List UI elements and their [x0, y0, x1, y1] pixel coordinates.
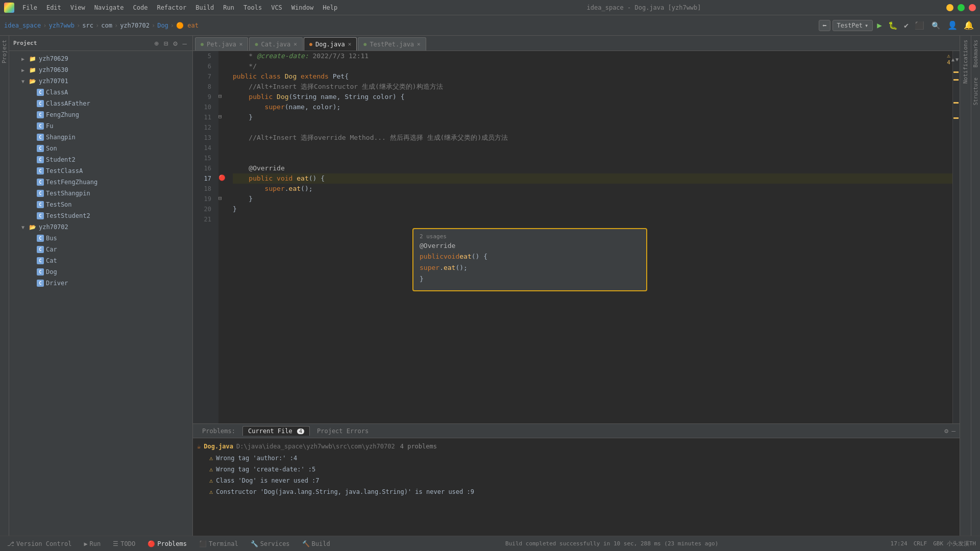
tree-item-Car[interactable]: C Car [9, 244, 192, 255]
close-sidebar-icon[interactable]: — [181, 39, 188, 47]
tree-item-Fu[interactable]: C Fu [9, 120, 192, 132]
tree-item-yzh70629[interactable]: ▶ 📁 yzh70629 [9, 53, 192, 64]
tree-item-Son[interactable]: C Son [9, 143, 192, 154]
java-class-icon: C [37, 268, 44, 276]
tree-item-ClassA[interactable]: C ClassA [9, 87, 192, 98]
tab-close-icon[interactable]: ✕ [239, 41, 243, 47]
problem-row-3[interactable]: ⚠ Class 'Dog' is never used :7 [197, 475, 955, 486]
services-tool[interactable]: 🔧 Services [248, 539, 293, 548]
problem-file-header[interactable]: ☕ Dog.java D:\java\idea_space\yzh7wwb\sr… [197, 440, 955, 453]
add-icon[interactable]: ⊕ [153, 39, 160, 47]
tree-item-Driver[interactable]: C Driver [9, 278, 192, 289]
todo-tool[interactable]: ☰ TODO [110, 539, 138, 548]
tree-item-Student2[interactable]: C Student2 [9, 154, 192, 165]
breadcrumb-item-1[interactable]: yzh7wwb [48, 22, 75, 29]
tab-TestPetJava[interactable]: ● TestPet.java ✕ [358, 37, 426, 51]
line-num-21: 21 [193, 214, 214, 224]
tab-close-icon[interactable]: ✕ [348, 41, 352, 47]
tab-problems[interactable]: Problems: [197, 427, 240, 436]
menu-build[interactable]: Build [191, 3, 218, 12]
tab-CatJava[interactable]: ● Cat.java ✕ [249, 37, 302, 51]
menu-refactor[interactable]: Refactor [153, 3, 190, 12]
problem-row-2[interactable]: ⚠ Wrong tag 'create-date:' :5 [197, 464, 955, 475]
tab-project-errors[interactable]: Project Errors [312, 427, 374, 436]
structure-label[interactable]: Structure [973, 78, 978, 105]
menu-edit[interactable]: Edit [42, 3, 65, 12]
breadcrumb-item-6[interactable]: 🟠 eat [176, 22, 199, 29]
run-button[interactable]: ▶ [875, 20, 884, 30]
tab-close-icon[interactable]: ✕ [293, 41, 297, 47]
menu-vcs[interactable]: VCS [267, 3, 286, 12]
menu-view[interactable]: View [66, 3, 89, 12]
tab-PetJava[interactable]: ● Pet.java ✕ [195, 37, 248, 51]
run-config-dropdown[interactable]: TestPet ▾ [832, 20, 873, 31]
tree-item-TestSon[interactable]: C TestSon [9, 199, 192, 210]
terminal-tool[interactable]: ⬛ Terminal [196, 539, 241, 548]
run-tool[interactable]: ▶ Run [81, 539, 104, 548]
debug-button[interactable]: 🐛 [886, 21, 900, 30]
cursor-position[interactable]: 17:24 [891, 540, 908, 547]
code-line-21 [233, 214, 952, 224]
line-num-12: 12 [193, 122, 214, 133]
tree-item-TestShangpin[interactable]: C TestShangpin [9, 188, 192, 199]
fold-icon-19[interactable]: ⊟ [218, 195, 222, 202]
tree-item-yzh70702[interactable]: ▼ 📂 yzh70702 [9, 221, 192, 233]
search-button[interactable]: 🔍 [928, 21, 943, 30]
menu-file[interactable]: File [18, 3, 41, 12]
notifications-label[interactable]: Notifications [962, 40, 969, 84]
collapse-all-icon[interactable]: ⊟ [162, 39, 169, 47]
tab-current-file[interactable]: Current File 4 [242, 426, 310, 436]
problem-row-4[interactable]: ⚠ Constructor 'Dog(java.lang.String, jav… [197, 486, 955, 497]
breadcrumb-item-0[interactable]: idea_space [4, 22, 41, 29]
tab-close-icon[interactable]: ✕ [417, 41, 421, 47]
menu-help[interactable]: Help [318, 3, 341, 12]
tree-item-Bus[interactable]: C Bus [9, 233, 192, 244]
breadcrumb-item-5[interactable]: Dog [157, 22, 168, 29]
tree-item-Cat[interactable]: C Cat [9, 255, 192, 266]
toolbar-back-btn[interactable]: ⬅ [819, 20, 830, 31]
tree-item-yzh70630[interactable]: ▶ 📁 yzh70630 [9, 64, 192, 76]
code-line-10: super(name, color); [233, 102, 952, 112]
tree-item-FengZhung[interactable]: C FengZhung [9, 109, 192, 120]
tree-item-TestFengZhuang[interactable]: C TestFengZhuang [9, 177, 192, 188]
problem-row-1[interactable]: ⚠ Wrong tag 'author:' :4 [197, 453, 955, 464]
tree-item-ClassAFather[interactable]: C ClassAFather [9, 98, 192, 109]
menu-code[interactable]: Code [129, 3, 152, 12]
menu-navigate[interactable]: Navigate [90, 3, 128, 12]
tree-item-Dog[interactable]: C Dog [9, 266, 192, 278]
stop-button[interactable]: ⬛ [913, 21, 926, 30]
breadcrumb-item-3[interactable]: com [101, 22, 112, 29]
menu-window[interactable]: Window [287, 3, 317, 12]
line-endings[interactable]: CRLF [914, 540, 927, 547]
gutter-run-icon[interactable]: 🔴 [218, 174, 226, 181]
user-icon[interactable]: 👤 [945, 20, 960, 30]
bookmarks-label[interactable]: Bookmarks [973, 40, 978, 67]
tree-item-TestStudent2[interactable]: C TestStudent2 [9, 210, 192, 221]
coverage-button[interactable]: ✔ [902, 21, 911, 30]
project-tab-label[interactable]: Project [1, 40, 8, 63]
settings-icon[interactable]: ⚙ [944, 427, 948, 435]
menu-run[interactable]: Run [219, 3, 238, 12]
fold-icon-11[interactable]: ⊟ [218, 113, 222, 120]
notification-icon[interactable]: 🔔 [962, 20, 976, 30]
settings-icon[interactable]: ⚙ [172, 39, 179, 47]
problems-list: ☕ Dog.java D:\java\idea_space\yzh7wwb\sr… [193, 438, 960, 536]
menu-tools[interactable]: Tools [239, 3, 266, 12]
minimize-button[interactable] [946, 4, 953, 11]
build-tool[interactable]: 🔨 Build [299, 539, 333, 548]
version-control-tool[interactable]: ⎇ Version Control [4, 539, 75, 548]
tree-item-yzh70701[interactable]: ▼ 📂 yzh70701 [9, 76, 192, 87]
java-class-icon: C [37, 179, 44, 186]
problems-tool[interactable]: 🔴 Problems [144, 539, 190, 548]
fold-icon-9[interactable]: ⊟ [218, 93, 222, 99]
breadcrumb-item-4[interactable]: yzh70702 [120, 22, 150, 29]
close-button[interactable] [969, 4, 976, 11]
minimize-panel-icon[interactable]: — [951, 427, 955, 435]
problem-text-3: Class 'Dog' is never used :7 [216, 477, 319, 484]
tab-DogJava[interactable]: ● Dog.java ✕ [304, 37, 357, 51]
line-num-5: 5 [193, 51, 214, 61]
tree-item-Shangpin[interactable]: C Shangpin [9, 132, 192, 143]
maximize-button[interactable] [958, 4, 965, 11]
breadcrumb-item-2[interactable]: src [82, 22, 93, 29]
tree-item-TestClassA[interactable]: C TestClassA [9, 165, 192, 177]
